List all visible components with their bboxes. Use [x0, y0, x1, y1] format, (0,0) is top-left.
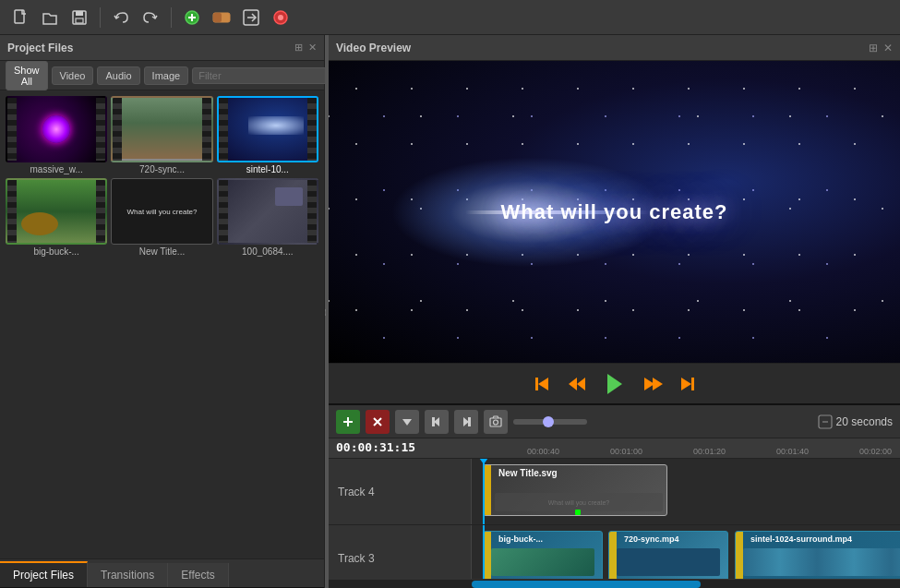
- tracks-area: Track 4 New Title.svg What will you crea…: [329, 459, 900, 579]
- forward-to-end-button[interactable]: [674, 370, 702, 398]
- image-filter-button[interactable]: Image: [144, 66, 189, 85]
- track-4-label: Track 4: [329, 459, 472, 524]
- zoom-slider[interactable]: [513, 419, 587, 425]
- thumbnails-grid: massive_w... 720-sync... sintel-10...: [0, 90, 324, 558]
- timeline: 20 seconds 00:00:31:15 00:00:40 00:01:00…: [329, 403, 900, 588]
- thumb-label-100684: 100_0684....: [217, 246, 318, 257]
- save-file-button[interactable]: [66, 5, 92, 30]
- trim-button[interactable]: [209, 5, 234, 30]
- filmstrip-left-4: [7, 180, 17, 243]
- ruler-mark-3: 00:01:40: [776, 447, 809, 456]
- arrow-down-button[interactable]: [395, 410, 419, 434]
- svg-point-30: [494, 420, 498, 425]
- thumb-img-720sync: [111, 96, 212, 162]
- tab-project-files[interactable]: Project Files: [0, 561, 88, 587]
- video-filter-button[interactable]: Video: [52, 66, 94, 85]
- filter-input[interactable]: [192, 67, 332, 84]
- show-all-button[interactable]: Show All: [6, 61, 48, 90]
- svg-rect-2: [76, 11, 83, 16]
- tab-effects[interactable]: Effects: [168, 563, 228, 587]
- thumb-item-100684[interactable]: 100_0684....: [217, 178, 318, 257]
- redo-button[interactable]: [138, 5, 163, 30]
- clip-bigbuck-label: big-buck-...: [498, 534, 543, 544]
- thumb-item-bigbuck[interactable]: big-buck-...: [6, 178, 107, 257]
- svg-marker-19: [653, 378, 663, 390]
- thumb-item-sintel[interactable]: sintel-10...: [217, 96, 318, 174]
- duration-label: 20 seconds: [836, 415, 893, 428]
- jump-end-button[interactable]: [454, 410, 478, 434]
- add-clip-button[interactable]: [179, 5, 205, 30]
- right-panel: Video Preview ⊞ ✕ What will you create?: [329, 35, 900, 588]
- thumb-label-massive: massive_w...: [6, 164, 107, 174]
- clip-title-svg[interactable]: New Title.svg What will you create?: [483, 464, 667, 516]
- timecode: 00:00:31:15: [336, 440, 415, 454]
- import-button[interactable]: [238, 5, 264, 30]
- toolbar-sep-2: [171, 7, 172, 28]
- left-panel: Project Files ⊞ ✕ Show All Video Audio I…: [0, 35, 325, 588]
- remove-track-button[interactable]: [366, 410, 390, 434]
- filmstrip-left-5: [219, 180, 228, 243]
- timeline-scrollbar[interactable]: [329, 579, 900, 588]
- snapshot-button[interactable]: [484, 410, 508, 434]
- clip-preview-text: What will you create?: [548, 499, 610, 506]
- fast-forward-button[interactable]: [639, 370, 666, 398]
- timeline-toolbar: 20 seconds: [329, 405, 900, 438]
- filmstrip-left: [7, 98, 17, 161]
- thumb-item-massive[interactable]: massive_w...: [6, 96, 107, 174]
- open-file-button[interactable]: [37, 5, 63, 30]
- undo-button[interactable]: [108, 5, 134, 30]
- thumb-item-newtitle[interactable]: What will you create? New Title...: [111, 178, 212, 257]
- vp-expand-icon[interactable]: ⊞: [869, 42, 878, 54]
- record-button[interactable]: [268, 5, 294, 30]
- audio-filter-button[interactable]: Audio: [97, 66, 139, 85]
- clip-bigbuck[interactable]: big-buck-...: [483, 531, 603, 579]
- preview-text: What will you create?: [501, 200, 728, 224]
- rewind-to-start-button[interactable]: [528, 370, 556, 398]
- scrollbar-thumb[interactable]: [472, 581, 701, 588]
- ruler-mark-2: 00:01:20: [693, 447, 726, 456]
- play-button[interactable]: [598, 367, 631, 401]
- thumb-img-100684: [217, 178, 318, 245]
- thumb-img-bigbuck: [6, 178, 107, 245]
- thumb-item-720sync[interactable]: 720-sync...: [111, 96, 212, 174]
- new-file-button[interactable]: [7, 5, 33, 30]
- clip-720sync-thumb: [617, 548, 720, 576]
- thumb-label-sintel: sintel-10...: [217, 164, 318, 174]
- thumb-img-massive: [6, 96, 107, 162]
- filmstrip-right-4: [96, 180, 105, 243]
- clip-bigbuck-thumb: [491, 548, 594, 576]
- pf-header-icons: ⊞ ✕: [294, 42, 317, 54]
- filter-bar: Show All Video Audio Image ✗: [0, 61, 324, 90]
- clip-title-label: New Title.svg: [498, 468, 558, 478]
- track-4-content[interactable]: New Title.svg What will you create?: [472, 459, 900, 524]
- clip-grip-left: [484, 465, 491, 515]
- jump-start-button[interactable]: [425, 410, 449, 434]
- svg-marker-17: [607, 374, 622, 394]
- zoom-thumb: [543, 416, 554, 427]
- pf-expand-icon[interactable]: ⊞: [294, 42, 303, 54]
- thumb-label-newtitle: New Title...: [111, 246, 212, 257]
- clip-720sync-label: 720-sync.mp4: [624, 534, 679, 544]
- add-track-button[interactable]: [336, 410, 360, 434]
- pf-close-icon[interactable]: ✕: [308, 42, 317, 54]
- video-preview-title: Video Preview: [336, 42, 411, 54]
- playhead-3: [483, 525, 485, 579]
- clip-sintel-thumb: [743, 548, 900, 576]
- track-3-content[interactable]: big-buck-... 720-sync.mp4: [472, 525, 900, 579]
- tab-transitions[interactable]: Transitions: [88, 563, 168, 587]
- vp-close-icon[interactable]: ✕: [883, 42, 893, 54]
- toolbar-sep-1: [100, 7, 101, 28]
- clip-bigbuck-grip: [484, 532, 491, 579]
- playhead-4: [483, 459, 485, 524]
- clip-720sync[interactable]: 720-sync.mp4: [608, 531, 728, 579]
- filmstrip-right-3: [307, 98, 317, 161]
- clip-sintel[interactable]: sintel-1024-surround.mp4: [735, 531, 900, 579]
- ruler-mark-4: 00:02:00: [859, 447, 892, 456]
- clip-preview-bar: What will you create?: [495, 493, 663, 511]
- rewind-button[interactable]: [563, 370, 591, 398]
- clip-sintel-label: sintel-1024-surround.mp4: [750, 534, 852, 544]
- svg-marker-13: [535, 378, 538, 390]
- track-row-4: Track 4 New Title.svg What will you crea…: [329, 459, 900, 525]
- ruler-mark-1: 00:01:00: [610, 447, 642, 456]
- svg-marker-24: [402, 419, 412, 426]
